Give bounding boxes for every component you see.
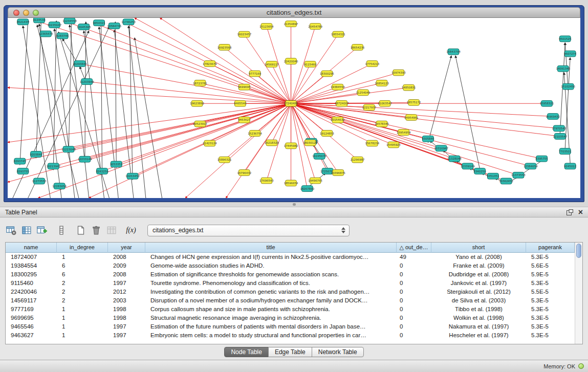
float-panel-icon[interactable] (567, 209, 573, 215)
graph-node[interactable]: 12384654 (524, 163, 538, 169)
table-cell[interactable]: 0 (397, 314, 431, 322)
graph-node[interactable]: 18030125 (303, 140, 317, 146)
table-cell[interactable]: 2003 (108, 296, 145, 305)
graph-node[interactable]: 21063547 (378, 100, 392, 106)
graph-node[interactable]: 18267890 (300, 186, 314, 192)
graph-node[interactable]: 12045365 (77, 24, 91, 30)
graph-node[interactable]: 11254049 (356, 90, 371, 96)
table-cell[interactable]: Investigating the contribution of common… (145, 288, 397, 296)
graph-node[interactable]: 18300295 (320, 71, 334, 77)
graph-node[interactable]: 14091345 (556, 65, 570, 72)
graph-node[interactable]: 10584736 (107, 23, 121, 29)
graph-node[interactable]: 11373553 (511, 172, 526, 178)
graph-node[interactable]: 11328048 (447, 156, 462, 162)
table-cell[interactable]: Corpus callosum shape and size in male p… (145, 305, 397, 314)
graph-node[interactable]: 16854123 (375, 80, 389, 86)
column-header-out_de[interactable]: △ out_de… (397, 243, 431, 253)
table-cell[interactable]: 0 (397, 331, 431, 340)
graph-edge[interactable] (99, 25, 291, 104)
table-cell[interactable]: Estimation of the future numbers of pati… (145, 322, 397, 331)
table-cell[interactable]: 9115460 (6, 279, 57, 288)
table-cell[interactable]: 49 (397, 253, 431, 261)
column-header-in_degree[interactable]: in_degree (57, 243, 108, 253)
table-cell[interactable]: Tibbo et al. (1998) (431, 305, 526, 314)
graph-edge[interactable] (291, 34, 338, 103)
table-cell[interactable]: Tourette syndrome. Phenomenology and cla… (145, 279, 397, 288)
graph-edge[interactable] (38, 103, 291, 198)
graph-edge[interactable] (20, 20, 28, 165)
table-row[interactable]: 2242004622012Investigating the contribut… (6, 288, 575, 296)
table-cell[interactable]: 0 (397, 270, 431, 279)
graph-edge[interactable] (69, 20, 72, 154)
graph-edge[interactable] (116, 103, 291, 164)
graph-node[interactable]: 21423124 (203, 140, 217, 146)
table-row[interactable]: 977716911998Corpus callosum shape and si… (6, 305, 575, 314)
table-cell[interactable]: 1997 (108, 322, 145, 331)
graph-edge[interactable] (102, 103, 291, 171)
table-cell[interactable]: 9463627 (6, 331, 57, 340)
tab-network-table[interactable]: Network Table (312, 347, 364, 357)
graph-node[interactable]: 9115460 (304, 61, 317, 68)
graph-node[interactable]: 9777169 (249, 71, 262, 77)
table-cell[interactable]: 5.6E-5 (526, 261, 575, 270)
graph-node[interactable]: 20154632 (331, 117, 345, 123)
graph-node[interactable]: 9501525 (559, 36, 571, 42)
table-cell[interactable]: 5.5E-5 (526, 288, 575, 296)
table-cell[interactable]: 6 (57, 270, 108, 279)
graph-edge[interactable] (114, 30, 134, 198)
graph-node[interactable]: 13954954 (397, 129, 411, 136)
graph-edge[interactable] (244, 34, 291, 103)
graph-node[interactable]: 9305846 (422, 136, 434, 142)
graph-node[interactable]: 18724007 (335, 100, 349, 106)
table-cell[interactable]: de Silva et al. (2003) (431, 296, 526, 305)
table-cell[interactable]: 0 (397, 279, 431, 288)
graph-node[interactable]: 9463627 (238, 117, 250, 123)
table-row[interactable]: 946362711997Embryonic stem cells: a mode… (6, 331, 575, 340)
table-cell[interactable]: Jankovic et al. (1997) (431, 279, 526, 288)
table-cell[interactable]: 6 (57, 261, 108, 270)
table-cell[interactable]: 5.3E-5 (526, 322, 575, 331)
graph-node[interactable]: 9465546 (234, 100, 247, 106)
graph-node[interactable]: 18596654 (284, 180, 298, 186)
table-cell[interactable]: 2 (57, 296, 108, 305)
graph-node[interactable]: 19496765 (308, 178, 322, 184)
graph-edge[interactable] (36, 103, 291, 154)
table-cell[interactable]: 1 (57, 331, 108, 340)
graph-node[interactable]: 19384554 (331, 84, 345, 90)
graph-node[interactable]: 9253351 (110, 161, 122, 167)
graph-node[interactable]: 22420046 (284, 58, 298, 64)
table-cell[interactable]: 5.3E-5 (526, 253, 575, 261)
table-cell[interactable]: 2008 (108, 253, 145, 261)
table-cell[interactable]: 18724007 (6, 253, 57, 261)
graph-node[interactable]: 16245678 (312, 153, 326, 159)
function-builder-icon[interactable]: f(x) (125, 224, 137, 236)
table-cell[interactable]: 18300295 (6, 270, 57, 279)
table-row[interactable]: 969969511998Structural magnetic resonanc… (6, 314, 575, 322)
graph-node[interactable]: 15896321 (217, 157, 232, 163)
tab-edge-table[interactable]: Edge Table (268, 347, 312, 357)
table-cell[interactable]: Genome-wide association studies in ADHD. (145, 261, 397, 270)
table-cell[interactable]: 14569117 (6, 296, 57, 305)
graph-edge[interactable] (210, 103, 291, 143)
graph-node[interactable]: 16843794 (446, 49, 461, 55)
window-titlebar[interactable]: citations_edges.txt (8, 7, 580, 18)
table-cell[interactable]: 1998 (108, 314, 145, 322)
table-cell[interactable]: 9699695 (6, 314, 57, 322)
graph-edge[interactable] (291, 103, 454, 159)
table-cell[interactable]: 0 (397, 288, 431, 296)
table-cell[interactable]: Changes of HCN gene expression and I(f) … (145, 253, 397, 261)
graph-node[interactable]: 15102456 (561, 83, 575, 90)
table-cell[interactable]: 5.9E-5 (526, 270, 575, 279)
table-cell[interactable]: 1 (57, 253, 108, 261)
graph-edge[interactable] (89, 103, 291, 198)
graph-edge[interactable] (135, 38, 162, 198)
table-row[interactable]: 1830029562008Estimation of significance … (6, 270, 575, 279)
graph-edge[interactable] (291, 103, 553, 116)
graph-node[interactable]: 11273553 (32, 178, 47, 184)
graph-node[interactable]: 9245012 (564, 163, 576, 169)
graph-node[interactable]: 10293847 (73, 61, 87, 67)
select-columns-icon[interactable] (20, 224, 33, 236)
column-header-name[interactable]: name (6, 243, 57, 253)
create-column-icon[interactable] (36, 224, 48, 236)
table-cell[interactable]: Wolkin et al. (1998) (431, 314, 526, 322)
